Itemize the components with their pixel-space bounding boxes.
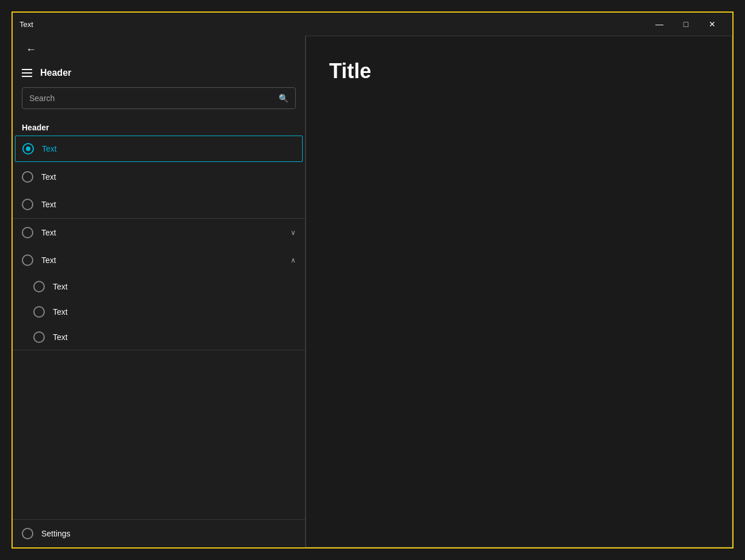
nav-item-2[interactable]: Text <box>13 163 305 191</box>
sidebar: ← Header 🔍 Header <box>13 36 306 547</box>
sub-item-2-label: Text <box>53 307 296 316</box>
nav-item-3[interactable]: Text <box>13 191 305 218</box>
sub-item-3[interactable]: Text <box>24 325 305 350</box>
titlebar-controls: — □ ✕ <box>646 15 725 33</box>
sub-item-3-label: Text <box>53 333 296 342</box>
search-box: 🔍 <box>22 87 296 109</box>
maximize-button[interactable]: □ <box>673 15 699 33</box>
nav-item-3-label: Text <box>41 200 296 209</box>
hamburger-line-3 <box>22 76 32 77</box>
radio-exp-2 <box>22 254 33 266</box>
content-title: Title <box>329 59 371 83</box>
radio-selected <box>22 143 34 155</box>
radio-sub-1 <box>33 281 45 292</box>
nav-item-2-label: Text <box>41 172 296 181</box>
nav-item-exp-1-label: Text <box>41 228 283 237</box>
hamburger-header: Header <box>13 63 305 87</box>
settings-item[interactable]: Settings <box>13 520 305 547</box>
hamburger-label: Header <box>40 68 71 78</box>
chevron-down-icon: ∨ <box>291 229 296 237</box>
minimize-button[interactable]: — <box>646 15 673 33</box>
nav-item-selected-label: Text <box>42 144 295 153</box>
content-area: Title <box>306 36 732 547</box>
hamburger-icon[interactable] <box>22 69 32 77</box>
sub-item-1-label: Text <box>53 282 296 291</box>
search-container: 🔍 <box>13 87 305 118</box>
hamburger-line-1 <box>22 69 32 70</box>
hamburger-line-2 <box>22 72 32 74</box>
back-button[interactable]: ← <box>22 40 40 59</box>
sub-item-2[interactable]: Text <box>24 299 305 325</box>
radio-settings <box>22 528 33 539</box>
nav-item-expandable-2[interactable]: Text ∧ <box>13 246 305 274</box>
nav-item-exp-2-label: Text <box>41 256 283 265</box>
section-header: Header <box>13 118 305 134</box>
nav-item-expandable-1[interactable]: Text ∨ <box>13 219 305 246</box>
radio-sub-2 <box>33 306 45 318</box>
titlebar: Text — □ ✕ <box>13 13 732 36</box>
nav-item-selected[interactable]: Text <box>15 136 303 162</box>
radio-sub-3 <box>33 331 45 343</box>
sidebar-section-expandable: Text ∨ Text ∧ Text T <box>13 219 305 350</box>
chevron-up-icon: ∧ <box>291 256 296 264</box>
radio-exp-1 <box>22 227 33 238</box>
radio-3 <box>22 199 33 210</box>
close-button[interactable]: ✕ <box>699 15 725 33</box>
sidebar-section-main: Text Text Text <box>13 134 305 219</box>
radio-2 <box>22 171 33 183</box>
sidebar-top: ← <box>13 36 305 63</box>
sidebar-bottom: Settings <box>13 519 305 547</box>
settings-label: Settings <box>41 529 296 538</box>
sub-item-1[interactable]: Text <box>24 274 305 299</box>
search-icon: 🔍 <box>279 94 288 103</box>
sub-items: Text Text Text <box>13 274 305 350</box>
search-input[interactable] <box>29 94 274 103</box>
window-title: Text <box>20 20 646 29</box>
main-content: ← Header 🔍 Header <box>13 36 732 547</box>
app-window: Text — □ ✕ ← Header <box>11 11 734 549</box>
